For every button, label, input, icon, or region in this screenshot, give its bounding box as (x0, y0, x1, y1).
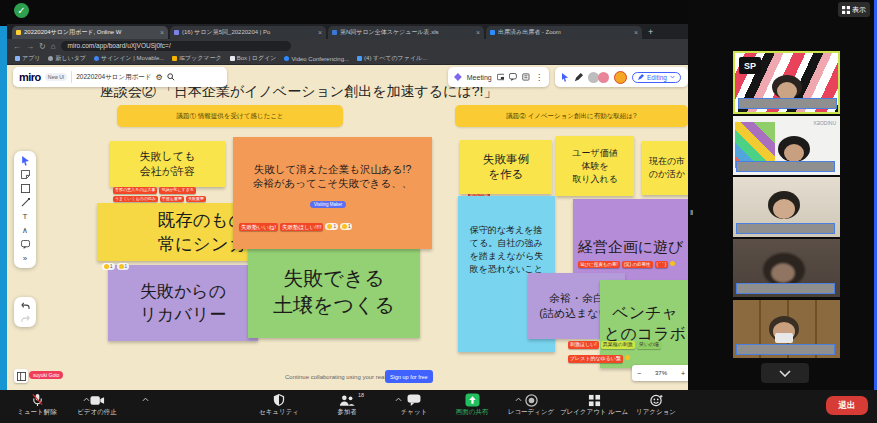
sticky-note[interactable]: 失敗事例 を作る (460, 140, 552, 194)
home-icon[interactable]: ⌂ (51, 42, 56, 51)
recording-button[interactable]: レコーディング (502, 393, 560, 417)
zoom-in-button[interactable]: + (681, 370, 685, 377)
participant-video[interactable] (733, 300, 840, 358)
tag[interactable]: (笑) の必要性 (622, 261, 653, 268)
participants-button[interactable]: 18 参加者 (318, 393, 376, 417)
tag[interactable]: うまくいくものの強み (113, 196, 158, 203)
reactions-button[interactable]: リアクション (630, 393, 682, 417)
comment-tool-icon[interactable] (19, 239, 31, 250)
browser-tab-schedule[interactable]: 第N回サロン全体スケジュール表.xls × (328, 26, 484, 39)
chat-button[interactable]: チャット (390, 393, 438, 417)
meeting-label[interactable]: Meeting (467, 74, 492, 81)
breakout-rooms-button[interactable]: ブレイクアウト ルーム (558, 393, 630, 417)
stop-video-button[interactable]: ビデオの停止 (66, 393, 128, 417)
board-title[interactable]: 20220204サロン用ボード (76, 73, 151, 82)
tag[interactable]: 失敗塾いいね! (239, 223, 278, 231)
sticky-note[interactable]: 失敗からの リカバリー (108, 265, 258, 341)
settings-gear-icon[interactable]: ⚙ (155, 73, 162, 82)
participant-video[interactable]: XƎODINU (733, 116, 840, 175)
forward-icon[interactable]: → (26, 42, 34, 51)
back-icon[interactable]: ← (13, 42, 21, 51)
redo-icon[interactable] (19, 313, 31, 324)
security-button[interactable]: セキュリティ (250, 393, 308, 417)
participant-video[interactable] (733, 239, 840, 297)
zoom-out-button[interactable]: − (637, 370, 641, 377)
more-tools-icon[interactable]: » (19, 253, 31, 264)
thumbsup-emoji-chip[interactable]: 1 (340, 223, 353, 230)
tag[interactable]: ( ´ ` ) (655, 261, 669, 268)
tag[interactable]: 異業種の刺激 (601, 341, 635, 349)
browser-tab-salon[interactable]: (16) サロン第5回_20220204 | Po × (170, 26, 326, 39)
url-field[interactable]: miro.com/app/board/uXjVOUSj0fc=/ (61, 41, 291, 51)
tag[interactable]: 失敗重要 (186, 196, 206, 203)
collaborator-avatar[interactable] (598, 72, 609, 83)
draw-tool-icon[interactable]: ∧ (19, 225, 31, 236)
view-button[interactable]: 表示 (838, 2, 870, 17)
collapse-participants-button[interactable] (761, 363, 809, 383)
tab-close-icon[interactable]: × (476, 29, 480, 36)
laugh-emoji-chip[interactable]: 1 (325, 223, 338, 230)
bookmark-ie[interactable]: IEブックマーク (172, 54, 221, 63)
tab-close-icon[interactable]: × (160, 29, 164, 36)
sticky-note[interactable]: 失敗して消えた企業も沢山ある!? 余裕があってこそ失敗できる、、 (233, 137, 432, 249)
sticky-note[interactable]: 失敗できる 土壌をつくる (248, 246, 420, 338)
undo-icon[interactable] (19, 300, 31, 311)
follow-cursor-icon[interactable] (561, 73, 569, 82)
sidebar-resize-handle[interactable]: ‖ (690, 208, 693, 217)
bookmark-video-conf[interactable]: Video Conferencing... (284, 56, 349, 62)
tag[interactable]: 発議が化しすぎる (159, 187, 195, 194)
participant-video-active[interactable]: SP (733, 51, 840, 114)
pen-icon[interactable] (574, 73, 583, 82)
tag[interactable]: 笑いの場 (637, 341, 661, 349)
editing-mode-dropdown[interactable]: Editing (632, 72, 681, 83)
zoom-level-value[interactable]: 37% (655, 370, 667, 376)
frames-panel-button[interactable] (14, 369, 28, 383)
browser-tab-zoom[interactable]: 出席済み出席者 - Zoom × (486, 26, 642, 39)
tag[interactable]: ブレスト的なゆるい繋 (568, 355, 623, 363)
comment-icon[interactable] (509, 73, 517, 81)
new-tab-button[interactable]: + (648, 26, 653, 39)
self-avatar[interactable] (614, 71, 627, 84)
tag[interactable]: 失敗塾ほしい!!!! (280, 223, 324, 231)
cards-icon[interactable] (522, 73, 530, 81)
share-screen-button[interactable]: 画面の共有 (444, 393, 500, 417)
tag[interactable]: 専務の意入るのは大事 (113, 187, 157, 194)
participant-name-blurred (736, 223, 835, 234)
bookmark-movable[interactable]: サインイン | Movable... (94, 54, 164, 63)
sticky-note[interactable]: 失敗しても 会社が許容 (110, 141, 225, 187)
signup-button[interactable]: Sign up for free (385, 370, 433, 383)
select-tool-icon[interactable] (19, 155, 31, 166)
bottom-tag-row-2: ブレスト的なゆるい繋 (568, 355, 630, 363)
more-icon[interactable]: ⋮ (535, 73, 543, 82)
text-tool-icon[interactable]: T (19, 211, 31, 222)
leave-meeting-button[interactable]: 退出 (826, 396, 868, 415)
sticky-note[interactable]: 現在の市 のか活か (642, 141, 688, 195)
tab-close-icon[interactable]: × (318, 29, 322, 36)
bookmark-box[interactable]: Box | ログイン (230, 54, 277, 63)
miro-logo[interactable]: miro (19, 71, 41, 83)
section-header-topic2[interactable]: 議題② イノベーション創出に有効な取組は? (455, 105, 688, 127)
bookmark-files[interactable]: (4) すべてのファイル... (357, 54, 427, 63)
present-icon[interactable] (497, 73, 505, 81)
section-header-topic1[interactable]: 議題① 情報提供を受けて感じたこと (117, 105, 343, 127)
sticky-note[interactable]: ユーザ価値 体験を 取り入れる (556, 136, 634, 196)
miro-board-canvas[interactable]: miro New UI 20220204サロン用ボード ⚙ Meeting ⋮ (7, 65, 688, 390)
thumbsup-emoji-chip[interactable]: 1 (102, 263, 115, 270)
tag[interactable]: 遊びに投資もの要! (578, 261, 620, 268)
bookmark-apps[interactable]: アプリ (15, 54, 40, 63)
tab-close-icon[interactable]: × (634, 29, 638, 36)
chevron-up-icon[interactable] (142, 397, 149, 402)
tag[interactable]: 刺激ほしい! (568, 341, 599, 349)
tag[interactable]: 学習も重要 (160, 196, 184, 203)
connector-tool-icon[interactable] (19, 197, 31, 208)
mirrored-logo-text: XƎODINU (813, 120, 836, 126)
mute-button[interactable]: ミュート解除 (6, 393, 68, 417)
browser-tab-miro[interactable]: 20220204サロン用ボード, Online W × (12, 26, 168, 39)
reload-icon[interactable]: ↻ (39, 42, 46, 51)
search-icon[interactable] (167, 73, 175, 81)
sticky-note-tool-icon[interactable] (19, 169, 31, 180)
smile-emoji-chip[interactable]: 1 (117, 263, 130, 270)
bookmark-newtab[interactable]: 新しいタブ (48, 54, 86, 63)
shape-tool-icon[interactable] (19, 183, 31, 194)
participant-video[interactable] (733, 177, 840, 237)
